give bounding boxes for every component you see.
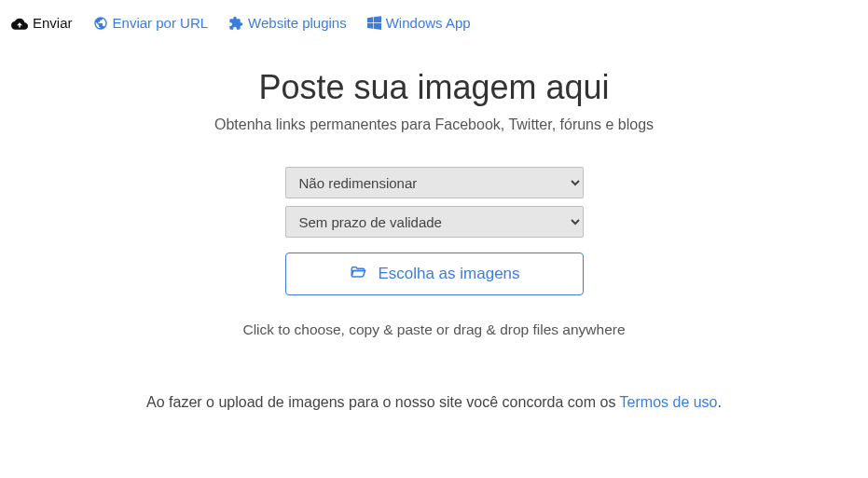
nav-upload-label: Enviar <box>33 15 73 31</box>
terms-suffix: . <box>718 394 722 410</box>
folder-open-icon <box>348 264 368 285</box>
nav-windows-app[interactable]: Windows App <box>367 15 471 31</box>
choose-images-button[interactable]: Escolha as imagens <box>285 253 584 295</box>
instructions-text: Click to choose, copy & paste or drag & … <box>19 321 849 338</box>
cloud-upload-icon <box>11 17 28 30</box>
choose-images-label: Escolha as imagens <box>378 265 519 283</box>
main-content: Poste sua imagem aqui Obtenha links perm… <box>0 40 868 411</box>
terms-link[interactable]: Termos de uso <box>620 394 718 410</box>
page-subtitle: Obtenha links permanentes para Facebook,… <box>19 116 849 133</box>
terms-prefix: Ao fazer o upload de imagens para o noss… <box>146 394 620 410</box>
terms-paragraph: Ao fazer o upload de imagens para o noss… <box>19 394 849 411</box>
nav-plugins-label: Website plugins <box>248 15 347 31</box>
nav-by-url-label: Enviar por URL <box>113 15 209 31</box>
nav-upload[interactable]: Enviar <box>11 15 73 31</box>
puzzle-icon <box>228 16 243 31</box>
upload-controls: Não redimensionar Sem prazo de validade … <box>285 167 584 295</box>
resize-select[interactable]: Não redimensionar <box>285 167 584 198</box>
nav-by-url[interactable]: Enviar por URL <box>93 15 209 31</box>
top-nav: Enviar Enviar por URL Website plugins Wi… <box>0 0 868 40</box>
windows-icon <box>367 16 381 30</box>
nav-plugins[interactable]: Website plugins <box>228 15 347 31</box>
page-title: Poste sua imagem aqui <box>19 68 849 107</box>
nav-windows-app-label: Windows App <box>386 15 471 31</box>
expiry-select[interactable]: Sem prazo de validade <box>285 206 584 238</box>
globe-icon <box>93 16 108 31</box>
